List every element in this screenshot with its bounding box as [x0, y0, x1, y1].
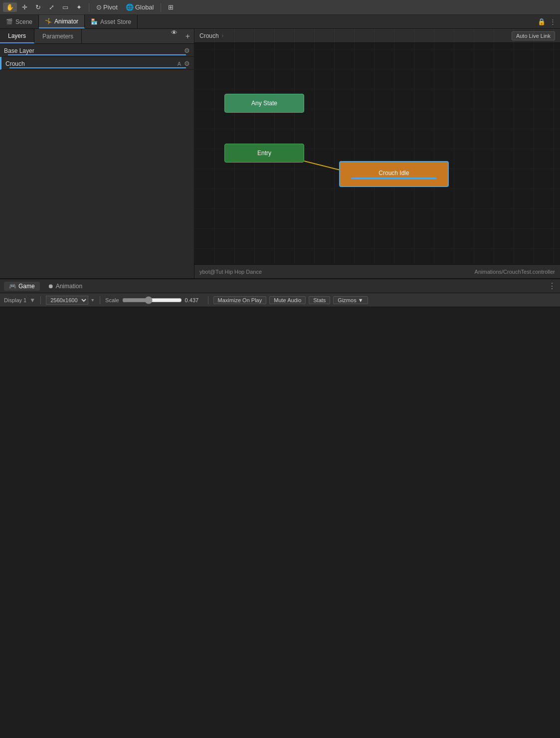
entry-label: Entry [257, 150, 271, 157]
animator-icon: 🤸 [45, 18, 52, 24]
pivot-button[interactable]: ⊙ Pivot [93, 2, 121, 12]
crouch-idle-label: Crouch Idle [378, 170, 409, 177]
display-label: Display 1 [4, 297, 26, 303]
transform-tool-button[interactable]: ✦ [73, 2, 85, 12]
animator-tab[interactable]: 🤸 Animator [39, 15, 85, 28]
scale-slider[interactable] [122, 296, 182, 304]
animator-tab-label: Animator [54, 18, 78, 25]
parameters-tab-label: Parameters [42, 33, 73, 40]
more-icon: ⋮ [550, 18, 556, 25]
status-left: ybot@Tut Hip Hop Dance [199, 269, 262, 275]
lock-icon: 🔒 [538, 18, 546, 25]
crouch-idle-node[interactable]: Crouch Idle [339, 161, 449, 187]
game-tab[interactable]: 🎮 Game [4, 282, 40, 291]
base-layer-row[interactable]: Base Layer ⚙ [0, 44, 194, 57]
main-area: Layers Parameters 👁 + Base Layer ⚙ Crouc… [0, 29, 560, 278]
pivot-icon: ⊙ [96, 3, 102, 11]
crouch-idle-progress [351, 178, 437, 179]
parameters-tab[interactable]: Parameters [34, 29, 82, 43]
top-toolbar: ✋ ✛ ↻ ⤢ ▭ ✦ ⊙ Pivot 🌐 Global ⊞ [0, 0, 560, 15]
gizmos-dropdown-icon: ▼ [358, 297, 364, 303]
scale-value: 0.437 [185, 297, 203, 303]
any-state-node[interactable]: Any State [224, 94, 304, 113]
mute-audio-button[interactable]: Mute Audio [269, 296, 306, 304]
status-right: Animations/CrouchTest.controller [475, 269, 555, 275]
global-label: Global [135, 3, 154, 11]
left-panel-tab-bar: Layers Parameters 👁 + [0, 29, 194, 44]
game-tab-label: Game [18, 283, 35, 290]
scene-tab-label: Scene [15, 18, 32, 25]
base-layer-gear-icon[interactable]: ⚙ [184, 47, 190, 54]
crouch-layer-gear-icon[interactable]: ⚙ [184, 60, 190, 67]
crouch-layer-underline [9, 67, 186, 68]
any-state-label: Any State [251, 100, 277, 107]
pivot-label: Pivot [103, 3, 118, 11]
store-icon: 🏪 [91, 18, 98, 25]
game-tab-bar: 🎮 Game ⏺ Animation ⋮ [0, 278, 560, 293]
rotate-tool-button[interactable]: ↻ [32, 2, 44, 12]
maximize-on-play-button[interactable]: Maximize On Play [213, 296, 267, 304]
resolution-select[interactable]: 2560x1600 [46, 296, 88, 305]
game-icon: 🎮 [9, 283, 16, 290]
crouch-layer-name: Crouch [5, 60, 178, 67]
layers-tab[interactable]: Layers [0, 29, 34, 43]
add-layer-button[interactable]: + [182, 29, 194, 43]
left-panel: Layers Parameters 👁 + Base Layer ⚙ Crouc… [0, 29, 194, 278]
scene-icon: 🎬 [6, 18, 13, 25]
toolbar-separator-3 [208, 296, 208, 304]
animation-tab-label: Animation [56, 283, 82, 290]
crouch-layer-a-badge: A [178, 61, 181, 67]
rect-tool-button[interactable]: ▭ [59, 2, 71, 12]
entry-node[interactable]: Entry [224, 144, 304, 163]
animator-canvas[interactable]: Crouch › Auto Live Link Any State Entry [194, 29, 560, 278]
resolution-dropdown-icon: ▼ [90, 298, 95, 303]
toolbar-separator [89, 3, 89, 12]
toolbar-separator [40, 296, 41, 304]
editor-tab-bar: 🎬 Scene 🤸 Animator 🏪 Asset Store 🔒 ⋮ [0, 15, 560, 29]
asset-store-tab-label: Asset Store [100, 18, 131, 25]
scale-tool-button[interactable]: ⤢ [46, 2, 57, 12]
scale-label: Scale [105, 297, 119, 303]
globe-icon: 🌐 [126, 3, 134, 11]
gizmos-label: Gizmos [338, 297, 356, 303]
asset-store-tab[interactable]: 🏪 Asset Store [85, 15, 138, 28]
animator-status-bar: ybot@Tut Hip Hop Dance Animations/Crouch… [194, 264, 560, 278]
toolbar-separator-2 [100, 296, 100, 304]
grid-button[interactable]: ⊞ [165, 2, 177, 12]
scene-tab[interactable]: 🎬 Scene [0, 15, 39, 28]
eye-icon[interactable]: 👁 [167, 29, 182, 43]
layers-tab-label: Layers [8, 32, 26, 39]
move-tool-button[interactable]: ✛ [19, 2, 30, 12]
game-toolbar: Display 1 ▼ 2560x1600 ▼ Scale 0.437 Maxi… [0, 293, 560, 307]
toolbar-separator-2 [161, 3, 161, 12]
animation-tab[interactable]: ⏺ Animation [43, 282, 87, 291]
gizmos-button[interactable]: Gizmos ▼ [333, 296, 368, 304]
base-layer-underline [8, 54, 186, 55]
crouch-layer-row[interactable]: Crouch A ⚙ [0, 57, 194, 70]
display-dropdown-icon: ▼ [29, 297, 35, 304]
game-panel-options-button[interactable]: ⋮ [548, 281, 556, 291]
stats-button[interactable]: Stats [309, 296, 330, 304]
hand-tool-button[interactable]: ✋ [3, 2, 17, 12]
base-layer-name: Base Layer [4, 47, 184, 54]
global-button[interactable]: 🌐 Global [123, 2, 157, 12]
animation-icon: ⏺ [48, 283, 54, 290]
